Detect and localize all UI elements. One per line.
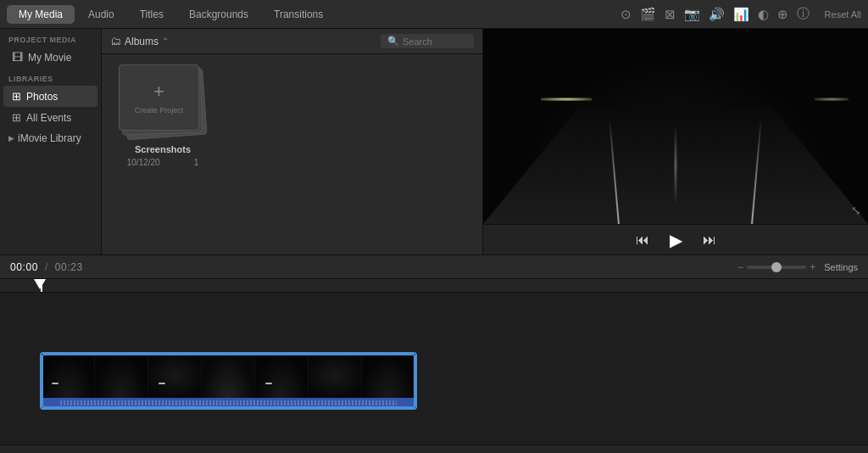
zoom-out-icon[interactable]: − [737,261,743,273]
playback-controls: ⏮ ▶ ⏭ [483,224,868,254]
sidebar: PROJECT MEDIA 🎞 My Movie LIBRARIES ⊞ Pho… [0,29,102,254]
clip-frame-3 [148,354,202,398]
camera-icon[interactable]: 📷 [684,7,700,22]
timeline-header: 00:00 / 00:23 − + Settings [0,255,868,279]
timecode: 00:00 / 00:23 [10,261,83,273]
tab-titles[interactable]: Titles [128,5,175,24]
clip-frame-2 [95,354,148,398]
photos-icon: ⊞ [12,90,21,103]
search-box[interactable]: 🔍 [381,34,474,48]
media-browser-header: 🗂 Albums ⌃ 🔍 [102,29,482,54]
folder-icon: 🗂 [110,35,121,48]
speedometer-icon[interactable]: ⊕ [777,7,788,22]
media-tabs: My Media Audio Titles Backgrounds Transi… [7,5,335,24]
zoom-controls: − + [737,261,815,273]
clip-frame-1 [42,354,95,398]
timeline-content [0,279,868,445]
audio-waveform [60,400,397,405]
headlights-left [541,98,592,101]
album-count: 1 [194,158,199,167]
video-clip[interactable] [40,352,417,410]
tab-backgrounds[interactable]: Backgrounds [177,5,260,24]
total-timecode: 00:23 [55,261,83,273]
timeline-tracks [0,293,868,445]
clip-frame-5 [255,354,309,398]
timeline-track-area [0,279,868,445]
media-browser: 🗂 Albums ⌃ 🔍 + Create Project [102,29,483,254]
reset-all-button[interactable]: Reset All [825,9,861,20]
headlights-right [815,98,849,101]
album-title: Screenshots [135,144,191,154]
timecode-separator: / [45,261,48,273]
album-date: 10/12/20 [127,158,160,167]
play-pause-button[interactable]: ▶ [670,230,682,250]
album-meta: 10/12/20 1 [127,158,199,167]
current-timecode: 00:00 [10,261,38,273]
timeline-right-controls: − + Settings [737,261,858,273]
album-stack: + Create Project [116,64,209,141]
clip-frame-6 [309,354,362,398]
sidebar-item-all-events[interactable]: ⊞ All Events [3,107,97,128]
fullscreen-icon[interactable]: ⤡ [851,204,861,217]
tab-my-media[interactable]: My Media [7,5,75,24]
album-select[interactable]: 🗂 Albums ⌃ [110,35,169,48]
media-content: + Create Project Screenshots 10/12/20 1 [102,54,482,254]
libraries-label: LIBRARIES [0,68,101,86]
video-preview: ⤡ [483,29,868,224]
main-area: PROJECT MEDIA 🎞 My Movie LIBRARIES ⊞ Pho… [0,29,868,254]
plus-icon: + [153,81,164,103]
noise-reduction-icon[interactable]: ◐ [758,7,769,22]
playhead-marker [34,279,46,289]
timeline-area: 00:00 / 00:23 − + Settings [0,254,868,453]
sidebar-item-my-movie[interactable]: 🎞 My Movie [3,47,97,68]
zoom-slider-thumb[interactable] [771,262,782,272]
tab-audio[interactable]: Audio [76,5,126,24]
clip-frame-7 [362,354,415,398]
photos-label: Photos [26,91,58,103]
go-to-end-button[interactable]: ⏭ [703,232,716,248]
clip-frame-4 [202,354,255,398]
imovie-library-label: iMovie Library [18,132,81,144]
film-icon: 🎞 [12,51,23,64]
enhance-icon[interactable]: ⊙ [620,7,632,22]
preview-panel: ⤡ ⏮ ▶ ⏭ [483,29,868,254]
tab-transitions[interactable]: Transitions [262,5,335,24]
timeline-ruler [0,279,868,293]
search-input[interactable] [403,36,466,47]
zoom-in-icon[interactable]: + [810,261,815,273]
top-toolbar: My Media Audio Titles Backgrounds Transi… [0,0,868,29]
sidebar-item-imovie-library[interactable]: ▶ iMovie Library [0,128,101,148]
road-scene [483,29,868,224]
zoom-slider[interactable] [747,266,806,269]
album-card-main: + Create Project [119,64,199,131]
settings-button[interactable]: Settings [824,262,858,272]
album-screenshots[interactable]: + Create Project Screenshots 10/12/20 1 [112,64,214,167]
toolbar-icons: ⊙ 🎬 ⊠ 📷 🔊 📊 ◐ ⊕ ⓘ Reset All [620,6,861,22]
clip-filmstrip [42,354,415,398]
crop-icon[interactable]: ⊠ [665,7,676,22]
my-movie-label: My Movie [28,52,71,64]
video-overlay-icon[interactable]: 🎬 [640,7,656,22]
road-center-line [675,126,677,204]
all-events-label: All Events [26,112,71,124]
go-to-start-button[interactable]: ⏮ [636,232,649,248]
project-media-label: PROJECT MEDIA [0,29,101,47]
audio-icon[interactable]: 🔊 [709,7,725,22]
sidebar-item-photos[interactable]: ⊞ Photos [3,86,97,107]
video-frame [483,29,868,224]
chart-icon[interactable]: 📊 [733,7,749,22]
expand-arrow-icon: ▶ [8,134,14,143]
audio-bar [42,398,415,408]
events-icon: ⊞ [12,111,21,124]
album-select-label: Albums [125,36,159,48]
timeline-scrollbar[interactable] [0,445,868,453]
create-project-label: Create Project [135,106,184,115]
chevron-down-icon: ⌃ [162,36,169,46]
info-icon[interactable]: ⓘ [797,6,810,22]
search-icon: 🔍 [387,36,399,47]
